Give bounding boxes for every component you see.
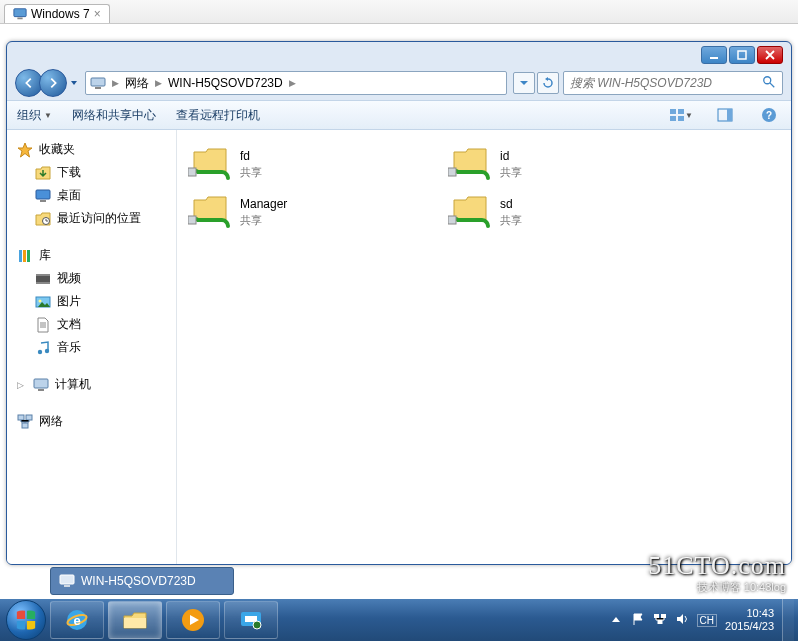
share-sublabel: 共享 [500, 165, 522, 179]
svg-rect-18 [19, 250, 22, 262]
vm-tab-label: Windows 7 [31, 7, 90, 21]
share-item-sd[interactable]: sd 共享 [443, 188, 703, 236]
svg-rect-34 [448, 168, 456, 176]
search-input[interactable] [570, 76, 762, 90]
taskbar-media-player-button[interactable] [166, 601, 220, 639]
tray-flag-icon[interactable] [631, 612, 645, 628]
desktop-icon [35, 188, 51, 204]
share-sublabel: 共享 [240, 165, 262, 179]
address-refresh-button[interactable] [537, 72, 559, 94]
svg-rect-4 [91, 78, 105, 86]
address-computer-icon [90, 75, 106, 91]
window-controls [701, 46, 783, 64]
computer-group: ▷ 计算机 [11, 373, 172, 396]
svg-point-26 [38, 349, 42, 353]
pictures-icon [35, 294, 51, 310]
favorites-header[interactable]: 收藏夹 [11, 138, 172, 161]
sidebar-item-downloads[interactable]: 下载 [11, 161, 172, 184]
sidebar-item-label: 音乐 [57, 339, 81, 356]
sidebar-item-music[interactable]: 音乐 [11, 336, 172, 359]
svg-rect-20 [27, 250, 30, 262]
libraries-header[interactable]: 库 [11, 244, 172, 267]
svg-rect-2 [710, 57, 718, 59]
download-icon [35, 165, 51, 181]
minimize-button[interactable] [701, 46, 727, 64]
svg-rect-5 [95, 87, 101, 89]
svg-point-6 [764, 76, 771, 83]
svg-rect-36 [448, 216, 456, 224]
taskbar-explorer-button[interactable] [108, 601, 162, 639]
content-pane: fd 共享 id 共享 [177, 130, 791, 564]
maximize-button[interactable] [729, 46, 755, 64]
tray-clock[interactable]: 10:43 2015/4/23 [725, 607, 774, 632]
svg-rect-19 [23, 250, 26, 262]
share-item-id[interactable]: id 共享 [443, 140, 703, 188]
search-icon [762, 75, 776, 92]
share-item-fd[interactable]: fd 共享 [183, 140, 443, 188]
system-tray: CH 10:43 2015/4/23 [605, 599, 798, 641]
sidebar-item-label: 下载 [57, 164, 81, 181]
search-box[interactable] [563, 71, 783, 95]
svg-rect-33 [188, 168, 196, 176]
shared-folder-icon [188, 144, 232, 184]
sidebar-item-recent[interactable]: 最近访问的位置 [11, 207, 172, 230]
nav-arrows [15, 69, 63, 97]
vm-tab-monitor-icon [13, 7, 27, 21]
sidebar-item-pictures[interactable]: 图片 [11, 290, 172, 313]
svg-rect-0 [14, 9, 26, 17]
documents-icon [35, 317, 51, 333]
preview-pane-button[interactable] [713, 104, 737, 126]
chevron-down-icon: ▼ [44, 111, 52, 120]
address-history-dropdown[interactable] [513, 72, 535, 94]
svg-rect-23 [36, 282, 50, 284]
breadcrumb-network-label: 网络 [125, 75, 149, 92]
svg-rect-42 [124, 618, 146, 628]
show-desktop-button[interactable] [782, 599, 794, 641]
breadcrumb-host-label: WIN-H5QSOVD723D [168, 76, 283, 90]
breadcrumb-host[interactable]: WIN-H5QSOVD723D [168, 76, 283, 90]
tree-expand-icon[interactable]: ▷ [17, 380, 27, 390]
address-bar[interactable]: ▶ 网络 ▶ WIN-H5QSOVD723D ▶ [85, 71, 507, 95]
svg-rect-48 [661, 614, 666, 618]
taskbar-extra-button[interactable] [224, 601, 278, 639]
view-remote-printers-button[interactable]: 查看远程打印机 [176, 107, 260, 124]
tray-overflow-button[interactable] [609, 613, 623, 627]
sidebar-item-network[interactable]: 网络 [11, 410, 172, 433]
music-icon [35, 340, 51, 356]
help-button[interactable]: ? [757, 104, 781, 126]
explorer-window: ▶ 网络 ▶ WIN-H5QSOVD723D ▶ 组织 ▼ 网络和共享中心 查看… [6, 41, 792, 565]
breadcrumb-network[interactable]: 网络 [125, 75, 149, 92]
view-options-button[interactable]: ▼ [669, 104, 693, 126]
preview-computer-icon [59, 573, 75, 589]
sidebar-item-label: 网络 [39, 413, 63, 430]
share-item-manager[interactable]: Manager 共享 [183, 188, 443, 236]
sidebar-item-documents[interactable]: 文档 [11, 313, 172, 336]
svg-rect-47 [654, 614, 659, 618]
network-center-label: 网络和共享中心 [72, 107, 156, 124]
sidebar-item-videos[interactable]: 视频 [11, 267, 172, 290]
nav-forward-button[interactable] [39, 69, 67, 97]
tray-network-icon[interactable] [653, 612, 667, 628]
tray-language-indicator[interactable]: CH [697, 614, 717, 627]
libraries-icon [17, 248, 33, 264]
nav-history-dropdown[interactable] [67, 69, 81, 97]
taskbar-ie-button[interactable]: e [50, 601, 104, 639]
sidebar-item-computer[interactable]: ▷ 计算机 [11, 373, 172, 396]
network-group: 网络 [11, 410, 172, 433]
close-button[interactable] [757, 46, 783, 64]
libraries-group: 库 视频 图片 文档 音 [11, 244, 172, 359]
organize-menu[interactable]: 组织 ▼ [17, 107, 52, 124]
breadcrumb-sep-icon: ▶ [289, 78, 296, 88]
sidebar-item-desktop[interactable]: 桌面 [11, 184, 172, 207]
start-button[interactable] [6, 600, 46, 640]
network-sharing-center-button[interactable]: 网络和共享中心 [72, 107, 156, 124]
vm-tab-close-icon[interactable]: × [94, 7, 101, 21]
libraries-label: 库 [39, 247, 51, 264]
taskbar-thumbnail-preview[interactable]: WIN-H5QSOVD723D [50, 567, 234, 595]
sidebar-item-label: 桌面 [57, 187, 81, 204]
tray-volume-icon[interactable] [675, 612, 689, 628]
shared-folder-icon [188, 192, 232, 232]
vm-tab-windows7[interactable]: Windows 7 × [4, 4, 110, 23]
sidebar-item-label: 计算机 [55, 376, 91, 393]
svg-point-25 [39, 299, 42, 302]
